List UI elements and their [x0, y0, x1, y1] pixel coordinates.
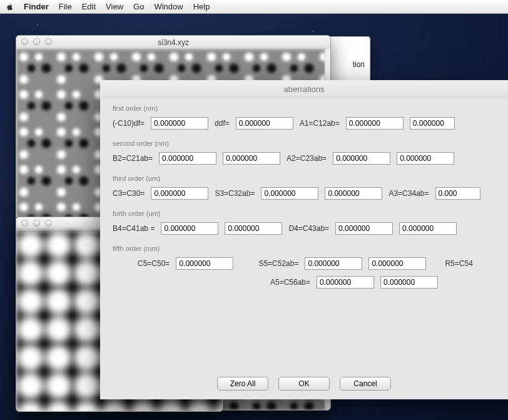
d4-label: D4=C43ab= — [288, 224, 329, 233]
zero-all-button[interactable]: Zero All — [217, 377, 268, 391]
c3-input[interactable] — [151, 187, 208, 200]
cancel-button[interactable]: Cancel — [340, 377, 391, 391]
c5-label: C5=C50= — [138, 259, 170, 268]
group-second-order: second order (nm) B2=C21ab= A2=C23ab= — [113, 140, 495, 165]
b4b-input[interactable] — [225, 222, 282, 235]
group-fifth-order: fifth order (mm) C5=C50= S5=C52ab= R5=C5… — [113, 245, 495, 289]
c5-input[interactable] — [176, 257, 233, 270]
group-third-order-label: third order (um) — [113, 175, 495, 182]
menubar: Finder File Edit View Go Window Help — [0, 0, 508, 14]
s5-label: S5=C52ab= — [258, 259, 298, 268]
c3-label: C3=C30= — [113, 189, 145, 198]
window-si3n4-title: si3n4.xyz — [158, 38, 189, 47]
menu-view[interactable]: View — [106, 2, 123, 11]
a1-label: A1=C12ab= — [300, 119, 340, 128]
window-si3n4-titlebar[interactable]: si3n4.xyz — [16, 36, 330, 50]
a1a-input[interactable] — [346, 117, 404, 130]
menu-window[interactable]: Window — [154, 2, 183, 11]
zoom-icon[interactable] — [45, 38, 52, 45]
r5-label: R5=C54 — [445, 259, 472, 268]
group-forth-order: forth order (um) B4=C41ab = D4=C43ab= — [113, 210, 495, 235]
a3-input[interactable] — [435, 187, 480, 200]
a3-label: A3=C34ab= — [389, 189, 429, 198]
menu-go[interactable]: Go — [133, 2, 144, 11]
menu-help[interactable]: Help — [193, 2, 210, 11]
group-third-order: third order (um) C3=C30= S3=C32ab= A3=C3… — [113, 175, 495, 200]
dialog-button-bar: Zero All OK Cancel — [100, 370, 508, 399]
menu-edit[interactable]: Edit — [82, 2, 96, 11]
b2b-input[interactable] — [223, 152, 280, 165]
background-window-text: tion — [353, 60, 365, 69]
aberrations-dialog: aberrations first order (nm) (-C10)df= d… — [100, 80, 508, 399]
a5b-input[interactable] — [380, 276, 438, 289]
ddf-label: ddf= — [215, 119, 230, 128]
minimize-icon[interactable] — [33, 220, 40, 227]
a1b-input[interactable] — [410, 117, 455, 130]
traffic-lights — [21, 38, 52, 45]
b2-label: B2=C21ab= — [113, 154, 153, 163]
group-fifth-order-label: fifth order (mm) — [113, 245, 495, 252]
group-first-order: first order (nm) (-C10)df= ddf= A1=C12ab… — [113, 105, 495, 130]
a5-label: A5=C56ab= — [270, 278, 310, 287]
s5b-input[interactable] — [368, 257, 426, 270]
a2a-input[interactable] — [333, 152, 390, 165]
a2-label: A2=C23ab= — [287, 154, 327, 163]
group-second-order-label: second order (nm) — [113, 140, 495, 147]
group-forth-order-label: forth order (um) — [113, 210, 495, 217]
d4b-input[interactable] — [399, 222, 457, 235]
aberrations-dialog-title: aberrations — [100, 80, 508, 98]
c10df-label: (-C10)df= — [113, 119, 145, 128]
a5a-input[interactable] — [317, 276, 374, 289]
b2a-input[interactable] — [159, 152, 216, 165]
apple-menu-icon[interactable] — [6, 3, 14, 11]
traffic-lights — [21, 220, 52, 227]
group-first-order-label: first order (nm) — [113, 105, 495, 112]
minimize-icon[interactable] — [33, 38, 40, 45]
ddf-input[interactable] — [236, 117, 293, 130]
b4-label: B4=C41ab = — [113, 224, 155, 233]
ok-button[interactable]: OK — [278, 377, 330, 391]
s5a-input[interactable] — [305, 257, 362, 270]
d4a-input[interactable] — [335, 222, 393, 235]
zoom-icon[interactable] — [45, 220, 52, 227]
menubar-app-name[interactable]: Finder — [24, 2, 49, 11]
s3a-input[interactable] — [261, 187, 318, 200]
menu-file[interactable]: File — [59, 2, 72, 11]
a2b-input[interactable] — [397, 152, 454, 165]
c10df-input[interactable] — [151, 117, 208, 130]
s3b-input[interactable] — [325, 187, 382, 200]
close-icon[interactable] — [21, 38, 28, 45]
b4a-input[interactable] — [161, 222, 218, 235]
s3-label: S3=C32ab= — [215, 189, 255, 198]
close-icon[interactable] — [21, 220, 28, 227]
